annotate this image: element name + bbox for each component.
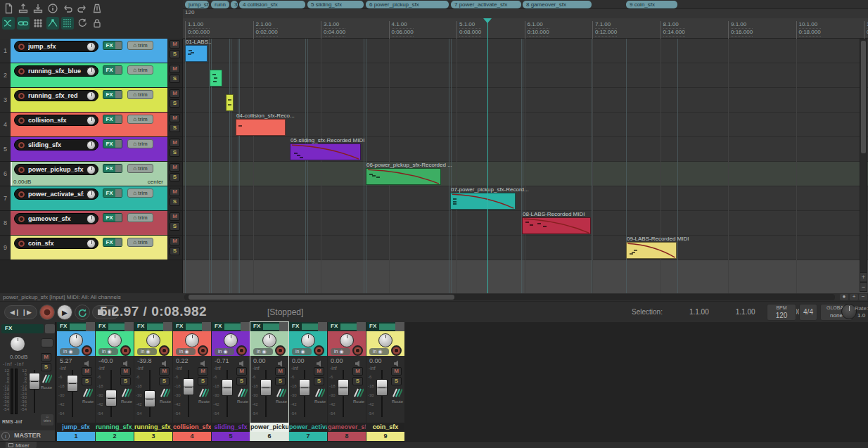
arrange-track-lane[interactable] <box>183 63 868 88</box>
track-name-field[interactable]: gameover_sfx <box>14 213 98 224</box>
strip-solo-button[interactable]: S <box>352 377 363 385</box>
track-mute-button[interactable]: M <box>170 65 180 73</box>
strip-track-number[interactable]: 3 <box>134 432 172 441</box>
track-volume-knob[interactable] <box>87 141 96 150</box>
master-fader[interactable] <box>29 373 40 390</box>
track-mute-button[interactable]: M <box>170 40 180 49</box>
strip-volume-readout[interactable]: 0.00 <box>369 357 382 364</box>
strip-fx-bypass[interactable] <box>279 322 288 331</box>
strip-fx-slot[interactable]: FX <box>366 322 404 331</box>
fx-toggle[interactable] <box>115 41 122 49</box>
track-envelope-button[interactable]: ⌂ trim <box>127 213 153 222</box>
region-marker[interactable]: 7 power_activate_sfx <box>451 1 521 8</box>
track-name-field[interactable]: running_sfx_red <box>14 90 98 101</box>
strip-fx-slot[interactable]: FX <box>250 322 288 331</box>
track-name-field[interactable]: coin_sfx <box>14 238 98 249</box>
strip-pan-knob[interactable] <box>108 333 122 347</box>
track-solo-button[interactable]: S <box>170 247 180 255</box>
region-marker[interactable]: jump_sfx <box>185 1 209 8</box>
strip-mute-button[interactable]: M <box>159 367 170 376</box>
redo-button[interactable] <box>76 2 89 15</box>
strip-route-label[interactable]: Route <box>276 399 287 404</box>
metronome-button[interactable] <box>91 2 103 15</box>
fx-toggle[interactable] <box>115 115 122 123</box>
project-info-button[interactable] <box>46 2 59 15</box>
track-mute-button[interactable]: M <box>170 188 180 196</box>
strip-track-name[interactable]: running_sfx_r <box>134 423 172 432</box>
strip-track-number[interactable]: 9 <box>366 432 404 441</box>
track-panel-row[interactable]: 3running_sfx_redFX⌂ trimMS <box>0 88 182 113</box>
master-route-icon[interactable] <box>41 374 52 383</box>
master-fx-bypass-button[interactable] <box>45 324 55 333</box>
strip-fx-slot[interactable]: FX <box>96 322 134 331</box>
strip-record-arm-button[interactable] <box>352 345 363 356</box>
track-volume-knob[interactable] <box>87 239 96 248</box>
strip-fx-slot[interactable]: FX <box>289 322 327 331</box>
master-pan-knob[interactable] <box>10 336 25 352</box>
strip-pan-knob[interactable] <box>378 333 392 347</box>
arrange-track-lane[interactable] <box>183 137 868 162</box>
strip-mute-button[interactable]: M <box>275 367 286 376</box>
timeline-ruler[interactable]: 1.1.000:00.0002.1.000:02.0003.1.000:04.0… <box>183 18 868 39</box>
strip-fx-bypass[interactable] <box>241 322 250 331</box>
strip-volume-readout[interactable]: 5.27 <box>60 357 72 364</box>
master-info-icon[interactable]: i <box>1 432 10 440</box>
track-volume-knob[interactable] <box>87 116 96 125</box>
horizontal-scrollbar[interactable] <box>184 294 835 300</box>
strip-fx-bypass[interactable] <box>125 322 134 331</box>
strip-track-number[interactable]: 7 <box>289 432 327 441</box>
region-marker[interactable]: runn <box>211 1 229 8</box>
media-item[interactable] <box>226 94 234 111</box>
strip-fx-bypass[interactable] <box>202 322 211 331</box>
strip-route-label[interactable]: Route <box>353 399 364 404</box>
master-stereo-button[interactable] <box>41 338 53 347</box>
go-to-end-button[interactable]: ❙▶ <box>21 309 31 316</box>
tempo-marker[interactable]: 120 <box>185 9 194 15</box>
track-solo-button[interactable]: S <box>170 75 180 83</box>
bpm-box[interactable]: BPM 120 <box>767 304 796 321</box>
strip-solo-button[interactable]: S <box>275 377 286 385</box>
region-marker[interactable]: 3 <box>231 1 238 8</box>
strip-pan-knob[interactable] <box>301 333 315 347</box>
master-route-label[interactable]: Route <box>41 385 52 390</box>
strip-route-label[interactable]: Route <box>82 399 94 404</box>
strip-solo-button[interactable]: S <box>391 377 402 385</box>
track-volume-knob[interactable] <box>87 42 96 51</box>
strip-route-icon[interactable] <box>82 388 93 397</box>
track-solo-button[interactable]: S <box>170 173 180 181</box>
strip-fx-bypass[interactable] <box>357 322 366 331</box>
fx-toggle[interactable] <box>115 91 122 98</box>
record-button[interactable] <box>39 305 55 320</box>
track-volume-knob[interactable] <box>87 165 96 174</box>
strip-solo-button[interactable]: S <box>236 377 247 385</box>
strip-input-button[interactable]: in ◉ <box>176 348 196 355</box>
strip-volume-fader[interactable] <box>106 390 117 407</box>
strip-mute-button[interactable]: M <box>314 367 324 376</box>
strip-input-button[interactable]: in ◉ <box>215 348 234 355</box>
strip-route-label[interactable]: Route <box>160 399 171 404</box>
vertical-scrollbar[interactable]: + − <box>860 39 867 292</box>
strip-fx-slot[interactable]: FX <box>173 322 211 331</box>
strip-track-number[interactable]: 1 <box>57 432 95 441</box>
strip-track-name[interactable]: jump_sfx <box>57 423 95 432</box>
strip-pan-knob[interactable] <box>340 333 354 347</box>
strip-record-arm-button[interactable] <box>82 345 92 356</box>
undo-button[interactable] <box>61 2 74 15</box>
track-fx-button[interactable]: FX <box>103 139 122 148</box>
strip-track-number[interactable]: 8 <box>328 432 366 441</box>
track-envelope-button[interactable]: ⌂ trim <box>127 65 153 75</box>
track-panel-row[interactable]: 1jump_sfxFX⌂ trimMS <box>0 39 182 63</box>
master-fx-button[interactable]: FX <box>1 324 44 333</box>
track-envelope-button[interactable]: ⌂ trim <box>127 115 153 124</box>
strip-route-label[interactable]: Route <box>121 399 132 404</box>
strip-fx-bypass[interactable] <box>163 322 172 331</box>
strip-volume-readout[interactable]: -0.71 <box>215 357 229 364</box>
strip-route-label[interactable]: Route <box>392 399 403 404</box>
transport-time-display[interactable]: 5.2.97 / 0:08.982 <box>100 304 207 319</box>
region-marker[interactable]: 5 sliding_sfx <box>307 1 364 8</box>
strip-track-number[interactable]: 4 <box>173 432 211 441</box>
strip-route-icon[interactable] <box>391 388 402 397</box>
time-signature-box[interactable]: 4/4 <box>799 304 817 321</box>
track-mute-button[interactable]: M <box>170 89 180 98</box>
record-arm-button[interactable] <box>18 166 25 174</box>
